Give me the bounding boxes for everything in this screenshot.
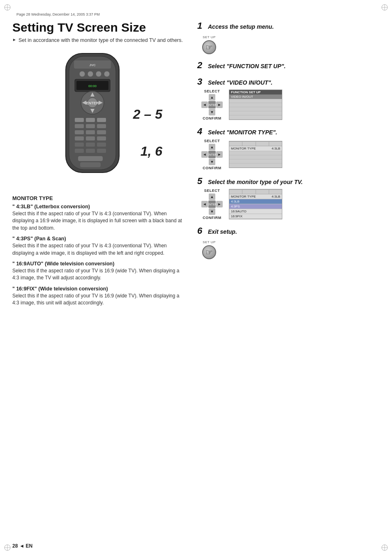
step-label-25: 2 – 5 [133,107,162,122]
step-3-dpad-widget: ▲ ENTER ▼ ◄ ► [201,94,223,115]
step-3-row-4 [229,111,282,115]
step-5-opt-1: 4:3LB [229,199,282,204]
step-5-opt-4: 16:9FIX [229,214,282,219]
step-2: 2 Select "FUNCTION SET UP". [197,60,380,71]
svg-rect-35 [97,124,106,128]
dpad-right-4: ► [216,151,223,158]
svg-rect-44 [97,143,106,147]
monitor-item-3-desc: Select this if the aspect ratio of your … [12,267,185,282]
step-5: 5 Select the monitor type of your TV. SE… [197,176,380,220]
dpad-right: ► [216,101,223,108]
step-5-monitor-label: MONITOR TYPE [231,195,256,198]
step-2-num: 2 [197,60,205,71]
step-6: 6 Exit setup. SET UP ☞ [197,226,380,259]
step-3-content: SELECT ▲ ENTER ▼ ◄ ► CONFIRM FUNCTION SE… [201,89,380,120]
dpad-down-4: ▼ [209,159,215,165]
step-4-title: Select "MONITOR TYPE". [208,129,277,136]
step-4: 4 Select "MONITOR TYPE". SELECT ▲ ENTER … [197,126,380,170]
step-4-select-label: SELECT [204,139,220,143]
step-3-header: 3 Select "VIDEO IN/OUT". [197,76,380,87]
step-4-r4 [229,164,282,168]
step-4-num: 4 [197,126,205,137]
dpad-up-5: ▲ [209,193,215,200]
step-5-opt-2: 4:3PS [229,204,282,209]
step-3-title: Select "VIDEO IN/OUT". [208,79,272,86]
monitor-item-3: " 16:9AUTO" (Wide television conversion)… [12,261,185,282]
setup-button-1: SET UP ☞ [202,35,216,54]
finger-icon-6: ☞ [205,247,213,257]
svg-rect-30 [75,118,84,122]
step-2-header: 2 Select "FUNCTION SET UP". [197,60,380,71]
dpad-center: ENTER [208,101,216,108]
step-5-header: 5 Select the monitor type of your TV. [197,176,380,187]
svg-rect-40 [86,136,95,140]
step-4-screen-tabs [229,141,282,146]
step-5-monitor-row: MONITOR TYPE 4:3LB [229,194,282,199]
step-3-confirm-label: CONFIRM [203,116,221,120]
monitor-item-1-desc: Select this if the aspect ratio of your … [12,210,185,232]
step-5-monitor-val: 4:3LB [272,195,280,198]
svg-rect-42 [75,143,84,147]
monitor-type-heading: MONITOR TYPE [12,195,185,201]
svg-rect-45 [75,149,84,153]
step-5-dpad: SELECT ▲ ENTER ▼ ◄ ► CONFIRM [201,189,223,220]
step-3-row-3 [229,107,282,111]
svg-rect-37 [86,130,95,134]
meta-bar: Page 28 Wednesday, December 14, 2005 3:3… [16,12,100,16]
svg-rect-32 [97,118,106,122]
page-number: 28 ◄ EN [12,543,32,549]
intro-text: Set in accordance with the monitor type … [12,37,185,43]
step-1-header: 1 Access the setup menu. [197,21,380,31]
step-2-title: Select "FUNCTION SET UP". [208,63,286,69]
left-column: Setting TV Screen Size Set in accordance… [12,21,193,534]
step-4-header: 4 Select "MONITOR TYPE". [197,126,380,137]
svg-rect-33 [75,124,84,128]
svg-rect-36 [75,130,84,134]
setup-button-6: SET UP ☞ [202,240,216,259]
svg-rect-46 [86,149,95,153]
step-4-dpad-widget: ▲ ENTER ▼ ◄ ► [201,144,223,165]
svg-text:JVC: JVC [89,63,96,67]
svg-rect-41 [97,136,106,140]
svg-point-17 [88,71,93,77]
step-5-title: Select the monitor type of your TV. [208,179,303,185]
right-column: 1 Access the setup menu. SET UP ☞ 2 Sele… [193,21,380,534]
setup-btn-icon-1: ☞ [202,40,216,54]
step-4-dpad: SELECT ▲ ENTER ▼ ◄ ► CONFIRM [201,139,223,170]
svg-rect-34 [86,124,95,128]
step-5-screen-tabs [229,189,282,194]
monitor-item-4-title: " 16:9FIX" (Wide television conversion) [12,286,185,292]
step-3-screen-subheader: VIDEO IN/OUT [229,94,282,99]
step-3-screen: FUNCTION SET UP VIDEO IN/OUT [229,90,282,120]
step-3-row-2 [229,103,282,107]
step-6-content: SET UP ☞ [202,238,380,259]
svg-rect-31 [86,118,95,122]
dpad-center-4: ENTER [208,151,216,158]
page-content: Setting TV Screen Size Set in accordance… [12,21,380,534]
step-6-num: 6 [197,226,205,236]
step-4-r1 [229,151,282,155]
svg-rect-38 [97,130,106,134]
step-5-select-label: SELECT [204,189,220,193]
svg-text:ENTER: ENTER [86,101,99,105]
setup-btn-icon-6: ☞ [202,245,216,259]
monitor-item-3-title: " 16:9AUTO" (Wide television conversion) [12,261,185,267]
step-5-content: SELECT ▲ ENTER ▼ ◄ ► CONFIRM [201,189,380,220]
step-3-row-5 [229,115,282,120]
step-4-content: SELECT ▲ ENTER ▼ ◄ ► CONFIRM [201,139,380,170]
dpad-left-5: ◄ [201,201,208,207]
page-title: Setting TV Screen Size [12,21,185,34]
step-3-screen-header: FUNCTION SET UP [229,90,282,94]
corner-mark-tl [3,3,12,12]
page-num-suffix: ◄ EN [19,543,32,549]
svg-rect-48 [78,156,103,161]
dpad-up: ▲ [209,94,215,101]
step-3-num: 3 [197,76,205,87]
monitor-item-2-title: " 4:3PS" (Pan & Scan) [12,236,185,242]
step-6-header: 6 Exit setup. [197,226,380,236]
step-5-dpad-widget: ▲ ENTER ▼ ◄ ► [201,193,223,215]
step-1-title: Access the setup menu. [208,23,274,30]
setup-btn-label-6: SET UP [203,240,216,244]
step-4-confirm-label: CONFIRM [203,166,221,170]
corner-mark-tr [380,3,389,12]
